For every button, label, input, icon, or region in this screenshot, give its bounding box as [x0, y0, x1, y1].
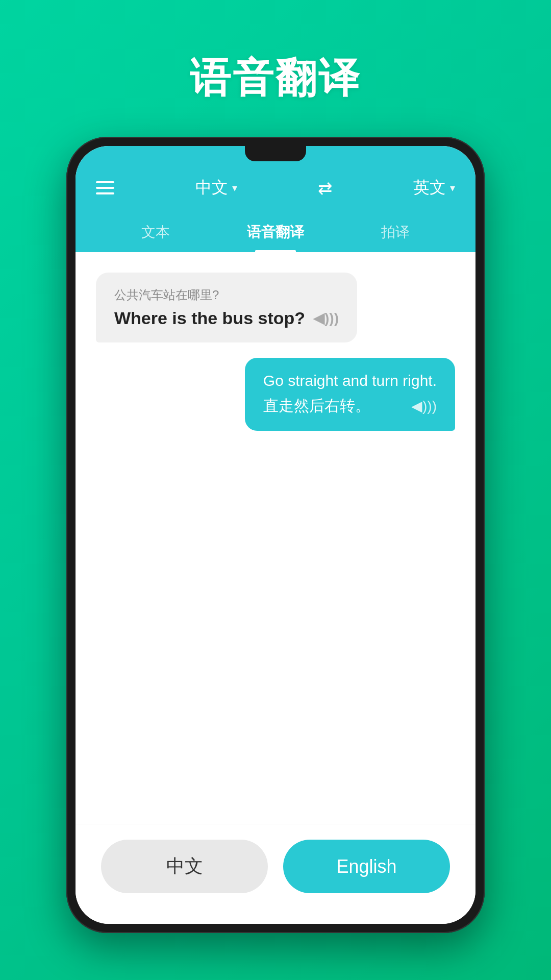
english-lang-button[interactable]: English [283, 840, 450, 893]
bubble-left-maintext: Where is the bus stop? ◀))) [114, 308, 339, 328]
menu-icon[interactable] [96, 181, 114, 194]
target-lang-selector[interactable]: 英文 ▾ [413, 177, 455, 199]
swap-languages-button[interactable]: ⇄ [318, 178, 332, 198]
header-top: 中文 ▾ ⇄ 英文 ▾ [96, 177, 455, 199]
message-bubble-left: 公共汽车站在哪里? Where is the bus stop? ◀))) [96, 273, 357, 342]
tab-text[interactable]: 文本 [96, 214, 216, 252]
app-header: 中文 ▾ ⇄ 英文 ▾ 文本 语音翻译 拍译 [76, 146, 475, 252]
source-lang-selector[interactable]: 中文 ▾ [195, 177, 237, 199]
phone-notch [245, 146, 306, 161]
bubble-right-subtext: 直走然后右转。 ◀))) [263, 396, 437, 416]
bubble-right-sound-icon[interactable]: ◀))) [411, 398, 437, 414]
phone-frame: 中文 ▾ ⇄ 英文 ▾ 文本 语音翻译 拍译 [66, 137, 485, 933]
page-title: 语音翻译 [190, 51, 361, 106]
chat-area: 公共汽车站在哪里? Where is the bus stop? ◀))) Go… [76, 252, 475, 824]
chinese-lang-button[interactable]: 中文 [101, 840, 268, 893]
phone-screen: 中文 ▾ ⇄ 英文 ▾ 文本 语音翻译 拍译 [76, 146, 475, 924]
tab-photo[interactable]: 拍译 [335, 214, 455, 252]
tab-bar: 文本 语音翻译 拍译 [96, 214, 455, 252]
bubble-right-maintext: Go straight and turn right. [263, 372, 437, 389]
target-lang-label: 英文 [413, 177, 446, 199]
message-bubble-right: Go straight and turn right. 直走然后右转。 ◀))) [245, 358, 455, 431]
bottom-bar: 中文 English [76, 824, 475, 924]
bubble-left-sound-icon[interactable]: ◀))) [313, 310, 339, 327]
bubble-left-subtext: 公共汽车站在哪里? [114, 287, 339, 303]
target-lang-dropdown-icon: ▾ [450, 182, 455, 194]
tab-voice[interactable]: 语音翻译 [216, 214, 336, 252]
source-lang-dropdown-icon: ▾ [232, 182, 237, 194]
source-lang-label: 中文 [195, 177, 228, 199]
